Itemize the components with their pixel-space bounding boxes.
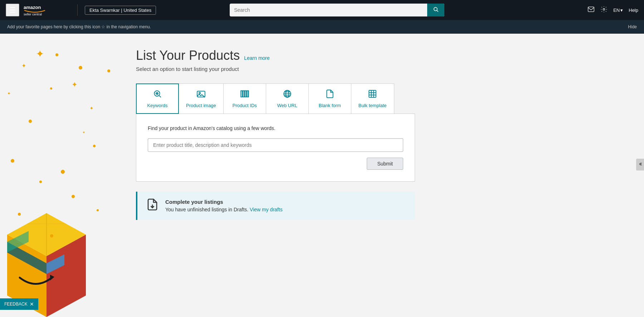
dot-decoration-11	[11, 159, 14, 163]
keywords-icon	[153, 89, 162, 101]
search-input[interactable]	[230, 4, 427, 16]
complete-listings-title: Complete your listings	[165, 199, 283, 205]
mail-button[interactable]	[587, 6, 595, 15]
svg-line-3	[437, 10, 438, 12]
svg-point-2	[434, 8, 437, 11]
page-title-row: List Your Products Learn more	[136, 48, 415, 63]
dot-decoration-2	[79, 66, 82, 69]
left-illustration: ✦ ✦ ✦ ✦ ✦	[0, 34, 114, 317]
tab-blank-form[interactable]: Blank form	[308, 83, 351, 114]
star-decoration-6: ✦	[82, 130, 85, 134]
tab-product-ids[interactable]: Product IDs	[223, 83, 266, 114]
page-title: List Your Products	[136, 48, 240, 63]
main-area: ✦ ✦ ✦ ✦ ✦	[0, 34, 644, 317]
amazon-logo: amazon seller central	[24, 3, 70, 17]
product-image-icon	[196, 89, 206, 101]
svg-text:amazon: amazon	[24, 5, 41, 10]
star-decoration-4: ✦	[89, 105, 94, 111]
page-subtitle: Select an option to start listing your p…	[136, 66, 415, 72]
hide-favorites-button[interactable]: Hide	[628, 24, 637, 29]
sidebar-toggle[interactable]	[636, 159, 644, 170]
hamburger-menu-button[interactable]: ☰	[6, 4, 19, 16]
mail-icon	[587, 6, 595, 13]
star-decoration-2: ✦	[21, 62, 26, 69]
dot-decoration-13	[50, 234, 53, 237]
favorites-bar-text: Add your favorite pages here by clicking…	[7, 24, 151, 29]
svg-point-21	[199, 92, 200, 94]
dot-decoration-5	[93, 145, 96, 147]
content-box: Find your product in Amazon's catalog us…	[136, 114, 415, 182]
tab-keywords[interactable]: Keywords	[136, 83, 179, 114]
dot-decoration-8	[39, 181, 42, 183]
tab-web-url-label: Web URL	[277, 103, 297, 108]
dot-decoration-6	[107, 69, 110, 72]
tab-web-url[interactable]: Web URL	[266, 83, 309, 114]
language-selector[interactable]: EN ▾	[613, 8, 623, 13]
right-content: List Your Products Learn more Select an …	[114, 34, 436, 317]
feedback-close-icon[interactable]: ✕	[30, 301, 34, 307]
help-button[interactable]: Help	[629, 8, 638, 13]
svg-rect-4	[588, 7, 594, 11]
dot-decoration-10	[18, 213, 21, 216]
star-decoration-5: ✦	[7, 91, 11, 96]
svg-text:seller central: seller central	[24, 13, 42, 16]
svg-rect-35	[369, 90, 376, 97]
dot-decoration-14	[29, 249, 31, 251]
view-drafts-link[interactable]: View my drafts	[250, 207, 283, 212]
dot-decoration-7	[61, 170, 65, 174]
search-icon	[433, 6, 439, 12]
tab-product-ids-label: Product IDs	[233, 103, 257, 108]
tab-bulk-template-label: Bulk template	[358, 103, 387, 108]
svg-point-5	[603, 8, 605, 10]
dot-decoration-12	[97, 209, 99, 211]
tab-blank-form-label: Blank form	[319, 103, 341, 108]
top-navigation: ☰ amazon seller central Ekta Swarnkar | …	[0, 0, 644, 20]
submit-button[interactable]: Submit	[367, 158, 403, 170]
nav-divider	[77, 4, 78, 16]
amazon-seller-central-logo: amazon seller central	[24, 3, 70, 17]
search-button[interactable]	[427, 4, 444, 16]
settings-button[interactable]	[600, 6, 608, 15]
web-url-icon	[283, 89, 292, 101]
star-decoration-3: ✦	[72, 80, 78, 89]
tab-product-image[interactable]: Product image	[179, 83, 224, 114]
keyword-input[interactable]	[148, 138, 403, 152]
product-ids-icon	[240, 89, 249, 101]
bulk-template-icon	[368, 89, 377, 101]
tabs-row: Keywords Product image	[136, 83, 415, 114]
dot-decoration-3	[50, 87, 52, 90]
chevron-icon	[638, 162, 643, 167]
nav-right-actions: EN ▾ Help	[587, 6, 638, 15]
submit-row: Submit	[148, 158, 403, 170]
draft-icon	[146, 198, 159, 213]
search-bar	[230, 4, 444, 16]
keywords-description: Find your product in Amazon's catalog us…	[148, 125, 403, 131]
gear-icon	[600, 6, 608, 13]
tab-keywords-label: Keywords	[147, 103, 167, 108]
feedback-label: FEEDBACK	[4, 302, 28, 307]
tab-product-image-label: Product image	[186, 103, 216, 108]
complete-listings-section: Complete your listings You have unfinish…	[136, 192, 415, 220]
complete-listings-description: You have unfinished listings in Drafts.	[165, 207, 248, 212]
dot-decoration-9	[72, 195, 75, 198]
dot-decoration-4	[29, 120, 32, 123]
complete-listings-text: Complete your listings You have unfinish…	[165, 199, 283, 213]
svg-line-16	[159, 96, 161, 97]
tab-bulk-template[interactable]: Bulk template	[351, 83, 394, 114]
account-selector[interactable]: Ekta Swarnkar | United States	[85, 6, 156, 15]
dot-decoration-1	[55, 53, 58, 56]
learn-more-link[interactable]: Learn more	[244, 55, 270, 61]
feedback-button[interactable]: FEEDBACK ✕	[0, 298, 38, 310]
favorites-bar: Add your favorite pages here by clicking…	[0, 20, 644, 34]
blank-form-icon	[325, 89, 335, 101]
star-decoration-1: ✦	[36, 48, 44, 60]
